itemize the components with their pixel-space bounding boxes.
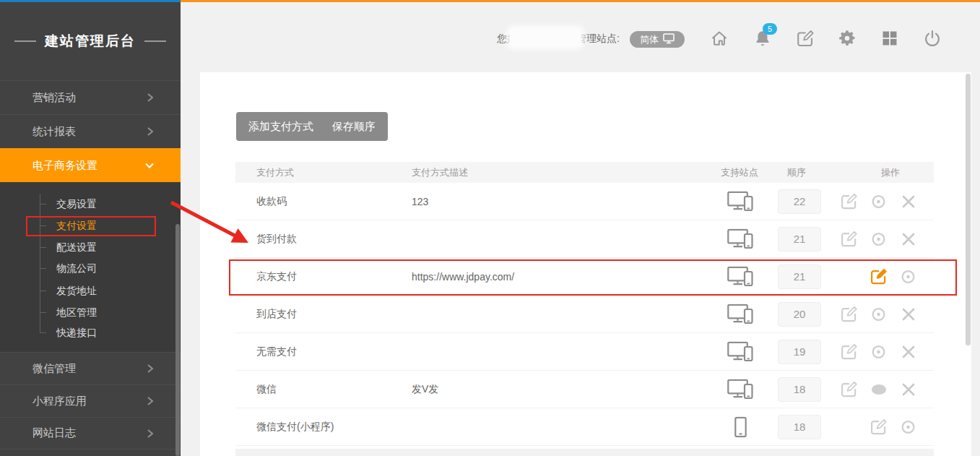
edit-icon[interactable] xyxy=(864,418,893,436)
order-input[interactable]: 18 xyxy=(778,377,821,402)
payment-method-name: 到店支付 xyxy=(256,308,297,321)
close-icon[interactable] xyxy=(893,382,923,397)
row-operations xyxy=(834,371,923,408)
submenu-item-region-management[interactable]: 地区管理 xyxy=(56,302,97,322)
sidebar-item-miniprogram[interactable]: 小程序应用 xyxy=(0,384,181,417)
order-input[interactable]: 22 xyxy=(778,189,821,214)
ecommerce-submenu: 交易设置 支付设置 配送设置 物流公司 发货地址 地区管理 快递接口 xyxy=(0,182,181,352)
app-title-text: 建站管理后台 xyxy=(45,32,136,51)
submenu-item-trade-settings[interactable]: 交易设置 xyxy=(56,194,97,214)
edit-icon[interactable] xyxy=(834,230,864,248)
eye-icon[interactable] xyxy=(864,343,893,361)
table-row: 京东支付https://www.jdpay.com/21 xyxy=(235,258,934,296)
close-icon[interactable] xyxy=(893,231,923,247)
monitor-phone-icon xyxy=(724,266,756,287)
submenu-item-payment-settings[interactable]: 支付设置 xyxy=(56,215,97,236)
language-site-pill[interactable]: 简体 xyxy=(630,31,685,48)
sidebar-scrollbar[interactable] xyxy=(175,224,180,456)
monitor-phone-icon xyxy=(724,379,756,400)
gear-icon[interactable] xyxy=(837,28,857,48)
close-icon[interactable] xyxy=(893,344,923,360)
home-icon[interactable] xyxy=(709,28,729,48)
close-icon[interactable] xyxy=(893,194,923,210)
row-operations xyxy=(834,296,923,332)
order-input[interactable]: 21 xyxy=(778,264,821,289)
table-header: 支付方式 支付方式描述 支持站点 顺序 操作 xyxy=(235,162,934,183)
submenu-label: 发货地址 xyxy=(56,285,97,296)
submenu-item-delivery-settings[interactable]: 配送设置 xyxy=(56,237,97,257)
sidebar-item-label: 网站日志 xyxy=(32,426,76,440)
sidebar-item-label: 小程序应用 xyxy=(32,395,87,408)
content-panel: 添加支付方式 保存顺序 支付方式 支付方式描述 支持站点 顺序 操作 收款码12… xyxy=(200,72,971,456)
table-row: 微信支付(小程序)18 xyxy=(235,408,934,446)
table-row: 货到付款21 xyxy=(235,220,934,258)
order-input[interactable]: 18 xyxy=(778,415,821,439)
payment-method-name: 无需支付 xyxy=(256,345,297,358)
sidebar-item-ecommerce-settings[interactable]: 电子商务设置 xyxy=(0,148,181,182)
edit-icon[interactable] xyxy=(834,192,864,210)
table-row: 无需支付19 xyxy=(235,333,934,371)
close-icon[interactable] xyxy=(893,306,923,322)
submenu-item-shipping-address[interactable]: 发货地址 xyxy=(56,280,97,301)
edit-icon[interactable] xyxy=(834,380,864,398)
table-body: 收款码12322货到付款21京东支付https://www.jdpay.com/… xyxy=(235,183,934,446)
submenu-item-logistics-company[interactable]: 物流公司 xyxy=(56,258,97,278)
column-header-payment-method: 支付方式 xyxy=(256,166,294,179)
column-header-description: 支付方式描述 xyxy=(412,166,468,179)
compose-icon[interactable] xyxy=(795,28,815,48)
language-pill-label: 简体 xyxy=(640,33,659,46)
add-payment-method-button[interactable]: 添加支付方式 xyxy=(236,112,326,141)
title-dash-right xyxy=(144,40,166,42)
eye-icon[interactable] xyxy=(893,418,923,436)
sidebar-item-label: 微信管理 xyxy=(32,362,76,376)
apps-grid-icon[interactable] xyxy=(880,28,900,48)
sidebar-item-wechat[interactable]: 微信管理 xyxy=(0,352,181,384)
submenu-label: 物流公司 xyxy=(56,262,97,274)
manage-site-label: 管理站点: xyxy=(576,33,620,46)
eye-icon[interactable] xyxy=(893,268,923,285)
row-operations xyxy=(834,220,923,257)
chevron-right-icon xyxy=(146,429,155,439)
sidebar: 建站管理后台 营销活动 统计报表 电子商务设置 交易设置 支付设置 配送设置 物… xyxy=(0,2,181,456)
row-operations xyxy=(834,408,923,445)
order-input[interactable]: 21 xyxy=(778,227,821,251)
order-input[interactable]: 19 xyxy=(778,340,821,364)
chevron-right-icon xyxy=(146,93,155,103)
submenu-label: 交易设置 xyxy=(56,198,97,210)
column-header-supported-sites: 支持站点 xyxy=(721,166,758,179)
user-name-redacted xyxy=(510,29,581,46)
chevron-down-icon xyxy=(144,161,155,170)
payment-method-description: 123 xyxy=(412,196,428,207)
next-section-strip xyxy=(235,449,934,456)
sidebar-item-label: 营销活动 xyxy=(32,91,76,105)
row-operations xyxy=(834,333,923,370)
monitor-phone-icon xyxy=(724,191,756,212)
submenu-label: 快递接口 xyxy=(56,327,97,338)
submenu-label: 配送设置 xyxy=(56,241,97,253)
eye-icon[interactable] xyxy=(864,306,893,323)
payment-method-description: https://www.jdpay.com/ xyxy=(412,271,514,283)
order-input[interactable]: 20 xyxy=(778,302,821,327)
save-order-button[interactable]: 保存顺序 xyxy=(320,112,388,141)
eye-icon[interactable] xyxy=(864,193,893,210)
sidebar-item-site-logs[interactable]: 网站日志 xyxy=(0,417,181,449)
chevron-right-icon xyxy=(146,126,155,137)
eye-icon[interactable] xyxy=(864,231,893,248)
submenu-item-express-interface[interactable]: 快递接口 xyxy=(56,322,97,343)
payment-method-name: 微信支付(小程序) xyxy=(256,421,334,434)
payment-method-name: 微信 xyxy=(256,383,277,396)
sidebar-item-marketing[interactable]: 营销活动 xyxy=(0,80,181,114)
column-header-order: 顺序 xyxy=(787,166,806,179)
eye-off-icon[interactable] xyxy=(864,381,893,398)
edit-icon[interactable] xyxy=(834,343,864,361)
edit-icon[interactable] xyxy=(834,305,864,323)
column-header-operations: 操作 xyxy=(881,166,900,179)
payment-method-name: 货到付款 xyxy=(256,233,297,246)
submenu-label: 支付设置 xyxy=(56,220,97,231)
table-row: 微信发V发18 xyxy=(235,371,934,408)
sidebar-item-reports[interactable]: 统计报表 xyxy=(0,114,181,148)
edit-active-icon[interactable] xyxy=(864,267,893,285)
panel-scrollbar[interactable] xyxy=(966,74,971,345)
chevron-right-icon xyxy=(146,363,155,374)
power-icon[interactable] xyxy=(922,28,942,48)
